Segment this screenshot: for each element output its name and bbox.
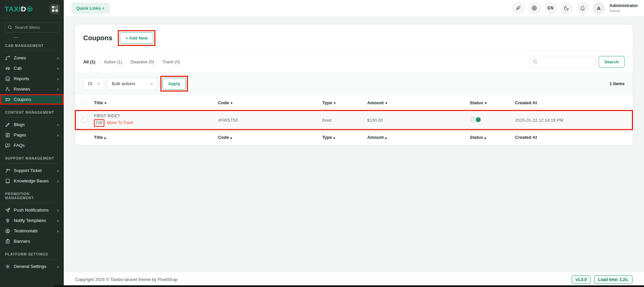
sidebar-item-label: Knowledge Bases: [14, 178, 49, 183]
user-role: Admin: [609, 8, 638, 13]
section-divider: [5, 203, 59, 203]
sidebar-item-label: Pages: [14, 132, 26, 137]
sidebar-item-pages[interactable]: Pages ›: [0, 130, 64, 140]
section-title-support-management: SUPPORT MANAGEMENT: [0, 151, 64, 163]
chevron-right-icon: ›: [57, 264, 59, 269]
language-selector[interactable]: EN: [544, 2, 557, 14]
coupons-card: Coupons + Add New All (1) Active (1) Dea…: [75, 25, 633, 145]
bell-icon[interactable]: [577, 2, 589, 14]
sidebar-item-blogs[interactable]: Blogs ›: [0, 119, 64, 130]
sidebar-item-label: Banners: [14, 239, 30, 244]
chevron-right-icon: ›: [57, 66, 59, 71]
section-title-platform-settings: PLATFORM SETTINGS: [0, 246, 64, 259]
footer-column-amount[interactable]: Amount ◆: [367, 135, 470, 140]
sidebar-item-push-notifications[interactable]: Push Notifications ›: [0, 205, 64, 215]
cache-quill-icon[interactable]: [512, 2, 525, 14]
coupon-title: FIRST RIDE?: [94, 113, 218, 119]
footer-column-status[interactable]: Status ◆: [470, 135, 515, 140]
review-star-icon: [5, 87, 10, 92]
user-name: Administrator: [609, 3, 638, 8]
sort-icon: ◆: [484, 137, 486, 139]
app-window: TAXID CAB MANAGEMENT Zones › Cab ›: [0, 0, 644, 287]
footer-column-type[interactable]: Type ◆: [322, 135, 367, 140]
section-divider: [5, 163, 59, 164]
bulk-actions-select[interactable]: Bulk actions: [107, 78, 157, 90]
section-title-promotion-management: PROMOTION MANAGEMENT: [0, 186, 64, 203]
coupon-ticket-icon: [5, 97, 10, 102]
status-toggle[interactable]: [470, 116, 482, 123]
per-page-select[interactable]: 15: [83, 78, 104, 90]
clipboard-icon: [5, 239, 10, 244]
chevron-right-icon: ›: [57, 132, 59, 137]
main-area: Quick Links + EN A Administrator Admin C…: [64, 0, 644, 287]
route-icon: [5, 55, 10, 61]
sidebar-item-reports[interactable]: Reports ›: [0, 73, 64, 84]
sort-icon: ◆: [333, 137, 335, 139]
filter-bar: 15 Bulk actions Apply 1 Items: [75, 72, 633, 95]
faq-bubble-icon: [5, 143, 10, 148]
footer-column-title[interactable]: Title ◆: [94, 135, 218, 140]
column-header-code[interactable]: Code◆: [218, 100, 323, 105]
cell-amount: $100.00: [367, 118, 470, 123]
chevron-right-icon: ›: [57, 168, 59, 173]
column-header-created-at: Created At: [515, 100, 626, 105]
annotation-box: Apply: [160, 76, 188, 92]
sidebar-item-label: Blogs: [14, 122, 25, 127]
sidebar-item-banners[interactable]: Banners: [0, 236, 64, 246]
tabs-row: All (1) Active (1) Deactive (0) Trash (0…: [75, 51, 633, 72]
sidebar-item-general-settings[interactable]: General Settings ›: [0, 261, 64, 272]
quick-links-button[interactable]: Quick Links +: [71, 3, 110, 14]
sidebar-search-input[interactable]: [4, 22, 59, 33]
apply-button[interactable]: Apply: [162, 78, 186, 90]
edit-link[interactable]: Edit: [94, 119, 104, 126]
footer-column-code[interactable]: Code ◆: [218, 135, 323, 140]
row-checkbox[interactable]: [82, 117, 87, 122]
row-actions: Edit Move To Trash: [94, 119, 218, 126]
search-button[interactable]: Search: [599, 56, 625, 68]
add-new-button[interactable]: + Add New: [120, 32, 153, 44]
sidebar-item-knowledge-bases[interactable]: Knowledge Bases ›: [0, 176, 64, 186]
sort-icon: ◆: [104, 137, 106, 139]
tab-all[interactable]: All (1): [83, 59, 100, 64]
bottom-window-edge: [54, 285, 644, 287]
column-header-title[interactable]: Title◆: [94, 100, 218, 105]
tab-deactive[interactable]: Deactive (0): [127, 59, 158, 64]
sidebar-item-zones[interactable]: Zones ›: [0, 53, 64, 63]
column-header-amount[interactable]: Amount◆: [367, 100, 470, 105]
menu-pin-grid-icon[interactable]: [50, 4, 60, 14]
sort-icon: ◆: [385, 137, 387, 139]
sidebar-item-cab[interactable]: Cab ›: [0, 63, 64, 73]
sort-icon: ◆: [385, 102, 387, 104]
sidebar-item-support-ticket[interactable]: Support Ticket ›: [0, 165, 64, 176]
sidebar: TAXID CAB MANAGEMENT Zones › Cab ›: [0, 0, 64, 287]
tab-active[interactable]: Active (1): [100, 59, 127, 64]
sidebar-item-label: Reviews: [14, 87, 30, 92]
table-search-input[interactable]: [529, 56, 595, 68]
tab-trash[interactable]: Trash (0): [158, 59, 184, 64]
avatar[interactable]: A: [593, 2, 605, 14]
column-header-status[interactable]: Status◆: [470, 100, 515, 105]
cell-code: #FIRST50: [218, 118, 323, 123]
sort-icon: ◆: [231, 102, 232, 104]
sidebar-item-faqs[interactable]: FAQs: [0, 140, 64, 151]
sidebar-item-testimonials[interactable]: Testimonials ›: [0, 226, 64, 236]
sidebar-item-notify-templates[interactable]: Notify Templates ›: [0, 215, 64, 226]
sidebar-search: [4, 22, 59, 33]
select-all-checkbox[interactable]: [82, 100, 87, 105]
globe-icon[interactable]: [528, 2, 541, 14]
move-to-trash-link[interactable]: Move To Trash: [107, 120, 133, 126]
moon-icon[interactable]: [560, 2, 573, 14]
table-search-group: Search: [529, 56, 625, 68]
car-icon: [5, 66, 10, 71]
sidebar-item-reviews[interactable]: Reviews ›: [0, 84, 64, 94]
sidebar-item-label: Testimonials: [14, 228, 38, 233]
report-icon: [5, 76, 10, 81]
sidebar-item-label: Push Notifications: [14, 208, 49, 213]
card-header: Coupons + Add New: [75, 25, 633, 51]
sidebar-header: TAXID: [0, 0, 64, 18]
sidebar-item-coupons[interactable]: Coupons: [0, 94, 64, 105]
sidebar-item-label: FAQs: [14, 143, 25, 148]
steering-wheel-icon: [27, 6, 33, 12]
column-header-type[interactable]: Type◆: [322, 100, 367, 105]
user-menu[interactable]: Administrator Admin: [609, 3, 638, 13]
